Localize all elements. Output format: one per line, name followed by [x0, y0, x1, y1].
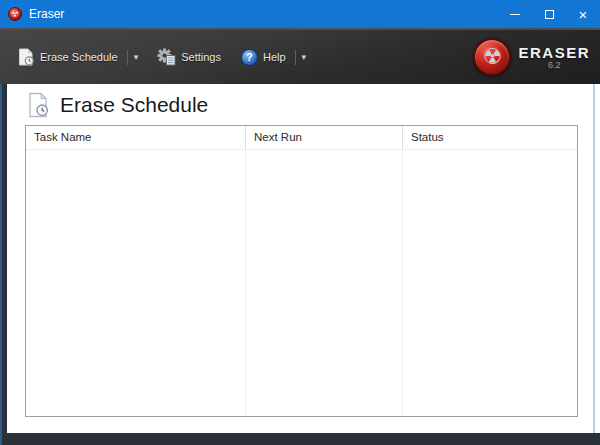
settings-label: Settings — [181, 51, 221, 63]
schedule-table: Task Name Next Run Status — [25, 125, 578, 417]
toolbar-separator — [295, 50, 296, 65]
help-button[interactable]: ? Help — [237, 43, 290, 72]
page-header: Erase Schedule — [7, 84, 592, 125]
brand-name: ERASER — [518, 44, 590, 61]
eraser-window: ☢ Eraser × Erase Schedule ▾ — [0, 0, 600, 445]
maximize-button[interactable] — [532, 0, 566, 28]
page-title: Erase Schedule — [60, 93, 208, 117]
maximize-icon — [545, 10, 554, 19]
brand-version: 6.2 — [548, 60, 561, 70]
window-frame-right — [592, 84, 600, 433]
app-radiation-icon[interactable]: ☢ — [8, 7, 22, 21]
settings-gear-icon — [157, 48, 176, 66]
column-header-next-run[interactable]: Next Run — [246, 126, 403, 149]
help-label: Help — [263, 51, 286, 63]
window-controls: × — [498, 0, 600, 28]
settings-button[interactable]: Settings — [153, 42, 225, 72]
schedule-table-header: Task Name Next Run Status — [26, 126, 577, 150]
document-clock-icon — [18, 48, 35, 66]
brand-logo: ☢ ERASER 6.2 — [473, 38, 600, 76]
help-question-icon: ? — [241, 49, 258, 66]
column-header-task-name[interactable]: Task Name — [26, 126, 246, 149]
column-header-status[interactable]: Status — [403, 126, 577, 149]
erase-schedule-label: Erase Schedule — [40, 51, 118, 63]
radiation-logo-icon: ☢ — [473, 38, 511, 76]
main-content: Erase Schedule Task Name Next Run Status — [7, 84, 592, 433]
window-frame-bottom — [0, 433, 600, 445]
status-column — [403, 150, 577, 416]
minimize-icon — [510, 14, 520, 15]
erase-schedule-page-icon — [28, 92, 50, 118]
erase-schedule-dropdown[interactable]: ▾ — [131, 48, 142, 66]
toolbar: Erase Schedule ▾ — [0, 28, 600, 84]
titlebar[interactable]: ☢ Eraser × — [0, 0, 600, 28]
window-frame-left — [0, 84, 7, 433]
minimize-button[interactable] — [498, 0, 532, 28]
window-title: Eraser — [29, 7, 64, 21]
schedule-table-body[interactable] — [26, 150, 577, 416]
toolbar-separator — [127, 50, 128, 65]
next-run-column — [246, 150, 403, 416]
close-button[interactable]: × — [566, 0, 600, 28]
erase-schedule-button[interactable]: Erase Schedule — [14, 42, 122, 72]
task-name-column — [26, 150, 246, 416]
help-dropdown[interactable]: ▾ — [299, 48, 310, 66]
